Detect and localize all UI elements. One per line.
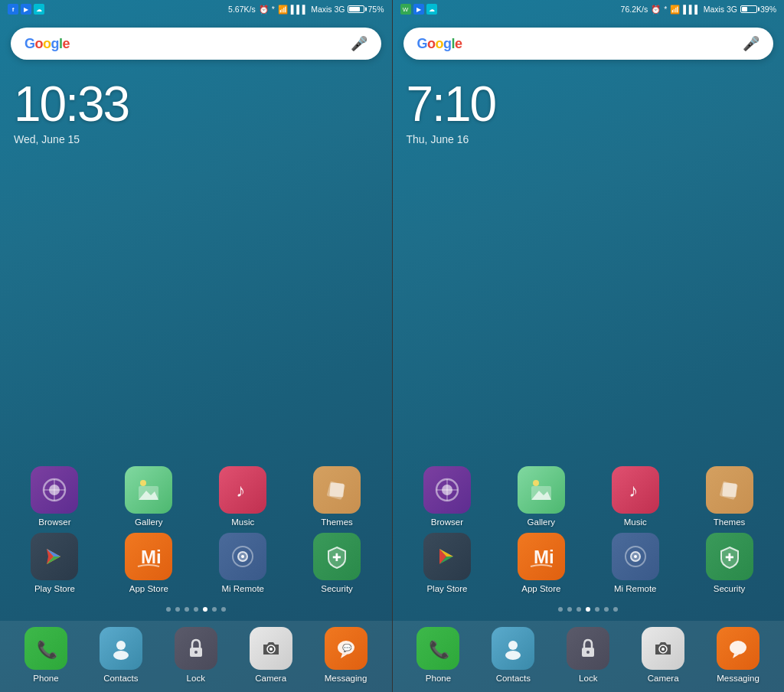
status-icons-right: W ▶ ☁ <box>400 4 437 15</box>
mic-icon-right[interactable]: 🎤 <box>743 35 760 52</box>
dock-contacts-right[interactable]: Contacts <box>478 627 548 683</box>
app-music-left[interactable]: ♪ Music <box>199 466 287 527</box>
svg-marker-51 <box>733 654 739 658</box>
app-gallery-left[interactable]: Gallery <box>105 466 193 527</box>
music-icon-right: ♪ <box>612 466 659 514</box>
svg-marker-26 <box>341 654 347 658</box>
page-dots-right <box>393 601 785 618</box>
miremote-label-right: Mi Remote <box>614 584 657 593</box>
music-icon-left: ♪ <box>219 466 266 514</box>
app-appstore-left[interactable]: Mi App Store <box>105 533 193 593</box>
app-gallery-right[interactable]: Gallery <box>497 466 585 527</box>
camera-label-right: Camera <box>648 674 679 683</box>
svg-text:♪: ♪ <box>236 480 245 501</box>
phone-icon-right: 📞 <box>416 627 459 670</box>
wifi-icon: 📶 <box>278 5 288 15</box>
app-themes-right[interactable]: Themes <box>685 466 773 527</box>
signal-bars-right: ▌▌▌ <box>683 5 700 14</box>
dock-phone-left[interactable]: 📞 Phone <box>11 627 81 683</box>
app-playstore-left[interactable]: Play Store <box>11 533 99 593</box>
svg-rect-37 <box>722 482 737 498</box>
app-browser-left[interactable]: Browser <box>11 466 99 527</box>
dot-left-2 <box>185 607 189 612</box>
browser-label-right: Browser <box>431 517 463 527</box>
dock-messaging-right[interactable]: Messaging <box>703 627 773 683</box>
dock-contacts-left[interactable]: Contacts <box>86 627 156 683</box>
app-security-left[interactable]: ✚ Security <box>293 533 381 593</box>
search-bar-left[interactable]: Google 🎤 <box>11 28 381 60</box>
dock-lock-right[interactable]: Lock <box>553 627 623 683</box>
dot-right-1 <box>567 607 572 612</box>
svg-point-24 <box>270 648 273 651</box>
app-themes-left[interactable]: Themes <box>293 466 381 527</box>
dot-right-5 <box>604 607 609 612</box>
svg-text:♪: ♪ <box>629 480 638 501</box>
battery-pct-right: 39% <box>760 5 776 14</box>
svg-point-6 <box>140 480 146 486</box>
svg-point-44 <box>508 641 518 650</box>
playstore-icon-right <box>423 533 471 580</box>
dock-phone-right[interactable]: 📞 Phone <box>403 627 474 683</box>
app-browser-right[interactable]: Browser <box>403 466 492 527</box>
miremote-label-left: Mi Remote <box>221 584 264 593</box>
app-playstore-right[interactable]: Play Store <box>403 533 492 593</box>
battery-fill-left <box>349 7 360 11</box>
search-bar-right[interactable]: Google 🎤 <box>403 28 774 60</box>
dock-camera-right[interactable]: Camera <box>628 627 698 683</box>
battery-left <box>348 5 364 13</box>
app-appstore-right[interactable]: Mi App Store <box>497 533 585 593</box>
battery-fill-right <box>742 7 747 11</box>
browser-icon-right <box>423 466 471 514</box>
security-label-right: Security <box>714 584 746 593</box>
appstore-label-right: App Store <box>521 584 560 593</box>
appstore-label-left: App Store <box>129 584 168 593</box>
app-security-right[interactable]: ✚ Security <box>685 533 773 593</box>
dot-right-3 <box>586 607 590 612</box>
status-icons-left: f ▶ ☁ <box>8 4 44 15</box>
dock-camera-left[interactable]: Camera <box>236 627 306 683</box>
themes-icon-right <box>706 466 753 514</box>
bt-icon: * <box>272 5 275 14</box>
lock-label-left: Lock <box>187 674 205 683</box>
camera-icon-left <box>250 627 292 670</box>
lock-label-right: Lock <box>579 674 597 683</box>
svg-text:Mi: Mi <box>141 547 162 567</box>
themes-label-left: Themes <box>321 517 353 527</box>
carrier-left: Maxis 3G <box>311 5 345 14</box>
mic-icon-left[interactable]: 🎤 <box>351 35 368 52</box>
app-music-right[interactable]: ♪ Music <box>591 466 679 527</box>
contacts-label-right: Contacts <box>496 674 531 683</box>
playstore-icon-left <box>31 533 78 580</box>
contacts-icon-left <box>100 627 142 670</box>
messaging-label-left: Messaging <box>325 674 368 683</box>
themes-icon-left <box>313 466 361 514</box>
svg-point-50 <box>730 641 746 654</box>
dot-right-2 <box>577 607 581 612</box>
bt-icon-right: * <box>664 5 667 14</box>
dock-right: 📞 Phone Contacts Lock <box>393 621 785 692</box>
dot-left-6 <box>221 607 226 612</box>
svg-rect-9 <box>329 482 345 498</box>
playstore-label-left: Play Store <box>34 584 75 593</box>
phone-label-right: Phone <box>426 674 451 683</box>
security-icon-right: ✚ <box>706 533 753 580</box>
music-label-left: Music <box>231 517 254 527</box>
signal-bars: ▌▌▌ <box>291 5 308 14</box>
svg-text:Mi: Mi <box>534 547 554 567</box>
contacts-label-left: Contacts <box>103 674 138 683</box>
svg-point-47 <box>586 651 590 654</box>
svg-point-34 <box>533 480 539 486</box>
gallery-label-right: Gallery <box>528 517 555 527</box>
dock-messaging-left[interactable]: 💬 Messaging <box>311 627 381 683</box>
app-miremote-right[interactable]: Mi Remote <box>591 533 679 593</box>
battery-right <box>740 5 757 13</box>
clock-icon: ⏰ <box>259 5 269 15</box>
cloud-icon-right: ☁ <box>426 4 437 15</box>
messaging-label-right: Messaging <box>717 674 760 683</box>
clock-date-left: Wed, June 15 <box>14 133 378 145</box>
music-label-right: Music <box>624 517 647 527</box>
svg-point-22 <box>194 651 198 654</box>
dock-lock-left[interactable]: Lock <box>161 627 231 683</box>
app-miremote-left[interactable]: Mi Remote <box>199 533 287 593</box>
whatsapp-icon: W <box>400 4 411 15</box>
